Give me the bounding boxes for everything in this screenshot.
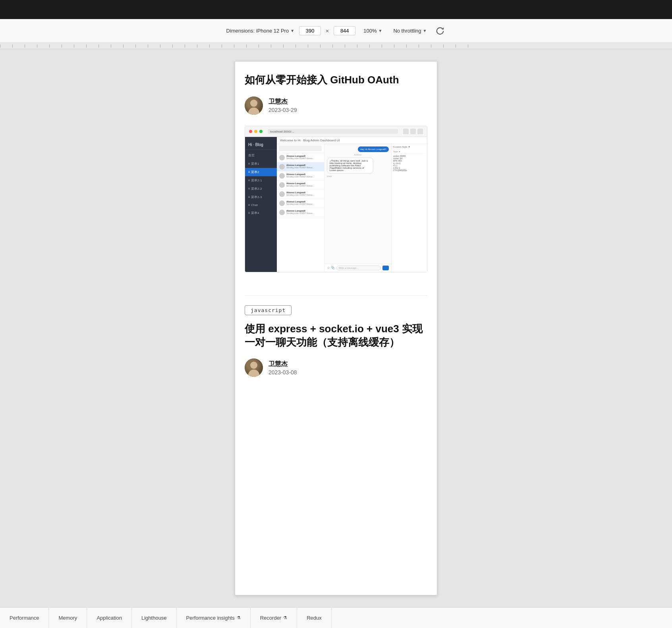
rotate-button[interactable] [434, 25, 446, 37]
ss-chat-item: Alonso Longwell Sending order #03807 Alo… [277, 199, 324, 208]
tab-lighthouse[interactable]: Lighthouse [132, 608, 177, 628]
zoom-chevron: ▼ [378, 29, 382, 33]
ss-right-title: Custom Style ▼ [393, 146, 425, 148]
tab-recorder-label: Recorder [260, 615, 281, 621]
article-2: javascript 使用 express + socket.io + vue3… [235, 305, 437, 400]
ruler [0, 43, 672, 49]
ss-chat-item-active: Alonso Longwell Sending order #03807 Alo… [277, 162, 324, 171]
ss-chat-text: Alonso Longwell Sending order #03807 Alo… [286, 173, 322, 178]
ss-chat-avatar [279, 164, 285, 170]
section-divider [245, 295, 427, 296]
ss-chat-text: Alonso Longwell Sending order #03807 Alo… [286, 210, 322, 214]
author-info-2: 卫慧杰 2023-03-08 [268, 360, 297, 376]
performance-insights-icon: ⚗ [237, 615, 241, 620]
ss-chat-avatar [279, 173, 285, 179]
tab-redux[interactable]: Redux [297, 608, 332, 628]
tab-application[interactable]: Application [87, 608, 132, 628]
ss-time: lorem [327, 175, 389, 177]
bottom-tab-bar: Performance Memory Application Lighthous… [0, 607, 672, 628]
author-row-2: 卫慧杰 2023-03-08 [245, 358, 427, 377]
throttle-label: No throttling [393, 28, 421, 34]
ss-chat-avatar [279, 182, 285, 188]
ss-msg-label: KiSSme [327, 154, 389, 156]
dot-red [249, 130, 252, 133]
ss-emoji: ☺ 📎 [327, 266, 335, 270]
ss-chat-item: Alonso Longwell Sending order #03807 Alo… [277, 190, 324, 199]
author-date-1: 2023-03-29 [268, 107, 297, 113]
chrome-top-bar [0, 0, 672, 19]
article-1: 如何从零开始接入 GitHub OAuth 卫慧杰 2023-03-29 loc… [235, 62, 437, 295]
ss-logo: Hi · Blog [245, 140, 277, 150]
devtools-toolbar: Dimensions: iPhone 12 Pro ▼ × 100% ▼ No … [0, 19, 672, 43]
browser-actions [403, 129, 423, 134]
ss-chat-preview: Sending order #03807 Alonso... [286, 157, 322, 160]
ss-chat-avatar [279, 210, 285, 215]
tab-performance[interactable]: Performance [0, 608, 49, 628]
article-2-tag[interactable]: javascript [245, 305, 292, 315]
ss-nav-menu2-1: ≡ 菜单2-1 [245, 176, 277, 185]
ss-msg-sent: Hey Hi Alonso Longwell!! [358, 146, 389, 152]
tab-performance-insights[interactable]: Performance insights ⚗ [177, 608, 251, 628]
author-name-1: 卫慧杰 [268, 98, 297, 106]
screenshot-content: Hi · Blog 首页 ≡ 菜单1 ≡ 菜单2 ≡ 菜单2-1 ≡ 菜单2-2… [245, 137, 427, 272]
ss-nav-chat: ≡ Chat [245, 201, 277, 209]
ss-chat-avatar [279, 191, 285, 197]
tab-memory[interactable]: Memory [49, 608, 87, 628]
ss-chat-list: Alonso Longwell Sending order #03807 Alo… [277, 144, 324, 272]
ss-chat-preview: Sending order #03807 Alonso... [286, 185, 322, 187]
browser-btn [417, 129, 423, 134]
ss-code: socket: [8080]rocket: [d4EPIC 863a: +b+c… [393, 154, 425, 172]
main-area: 如何从零开始接入 GitHub OAuth 卫慧杰 2023-03-29 loc… [0, 49, 672, 607]
ss-main: Welcome to Hi · Blog Admin Dashboard UI … [277, 137, 427, 272]
ss-chat-text: Alonso Longwell Sending order #03807 Alo… [286, 200, 322, 205]
dimensions-text: Dimensions: iPhone 12 Pro [226, 28, 289, 34]
throttle-select[interactable]: No throttling ▼ [390, 27, 430, 35]
zoom-select[interactable]: 100% ▼ [360, 27, 385, 35]
dot-yellow [254, 130, 257, 133]
screenshot-mockup: localhost:3000/... Hi · Blog 首页 ≡ 菜单1 ≡ … [245, 126, 427, 272]
ss-search [277, 144, 324, 153]
ss-chat-text: Alonso Longwell Sending order #03807 Alo… [286, 182, 322, 187]
ss-chat-item: Alonso Longwell Sending order #03807 Alo… [277, 153, 324, 162]
avatar-2 [245, 358, 263, 377]
ss-search-input [279, 146, 322, 151]
zoom-label: 100% [363, 28, 377, 34]
ss-chat-avatar [279, 200, 285, 206]
throttle-chevron: ▼ [423, 29, 427, 33]
ss-nav-home: 首页 [245, 151, 277, 160]
ss-input-box: Write a message... [336, 266, 381, 270]
ss-chat-item: Alonso Longwell Sending order #03807 Alo… [277, 171, 324, 181]
ss-messages: Hey Hi Alonso Longwell!! KiSSme «Thanks,… [324, 144, 391, 264]
ss-nav-menu2-2: ≡ 菜单2-2 [245, 185, 277, 193]
dimensions-label: Dimensions: iPhone 12 Pro ▼ [226, 28, 294, 34]
ss-sidebar: Hi · Blog 首页 ≡ 菜单1 ≡ 菜单2 ≡ 菜单2-1 ≡ 菜单2-2… [245, 137, 277, 272]
ss-chat-text: Alonso Longwell Sending order #03807 Alo… [286, 191, 322, 196]
ss-nav-menu1: ≡ 菜单1 [245, 160, 277, 168]
ss-chat-preview: Sending order #03807 Alonso... [286, 175, 322, 178]
width-input[interactable] [299, 26, 321, 35]
dimensions-chevron[interactable]: ▼ [290, 29, 294, 33]
author-info-1: 卫慧杰 2023-03-29 [268, 98, 297, 113]
ss-top-bar: Welcome to Hi · Blog Admin Dashboard UI [277, 137, 427, 144]
phone-viewport[interactable]: 如何从零开始接入 GitHub OAuth 卫慧杰 2023-03-29 loc… [235, 61, 437, 595]
avatar-1 [245, 96, 263, 115]
browser-btn [410, 129, 416, 134]
ss-chat-preview: Sending order #03807 Alonso... [286, 166, 322, 169]
ss-right-item: Team ▼ [393, 150, 425, 154]
browser-bar: localhost:3000/... [245, 126, 427, 137]
ss-msg-received: «Thanks, all things went well. Just a li… [327, 158, 373, 173]
author-name-2: 卫慧杰 [268, 360, 297, 368]
tab-performance-insights-label: Performance insights [186, 615, 235, 621]
ss-nav-menu2: ≡ 菜单2 [245, 168, 277, 176]
ss-chat-text: Alonso Longwell Sending order #03807 Alo… [286, 155, 322, 160]
height-input[interactable] [334, 26, 355, 35]
ss-messages-panel: Hey Hi Alonso Longwell!! KiSSme «Thanks,… [324, 144, 391, 272]
author-date-2: 2023-03-08 [268, 369, 297, 376]
ss-chat-preview: Sending order #03807 Alonso... [286, 212, 322, 214]
article-1-title: 如何从零开始接入 GitHub OAuth [245, 73, 427, 87]
tab-recorder[interactable]: Recorder ⚗ [251, 608, 297, 628]
ss-nav-menu4: ≡ 菜单4 [245, 209, 277, 217]
ss-chat-text: Alonso Longwell Sending order #03807 Alo… [286, 164, 322, 169]
browser-btn [403, 129, 409, 134]
ss-chat-item: Alonso Longwell Sending order #03807 Alo… [277, 208, 324, 217]
